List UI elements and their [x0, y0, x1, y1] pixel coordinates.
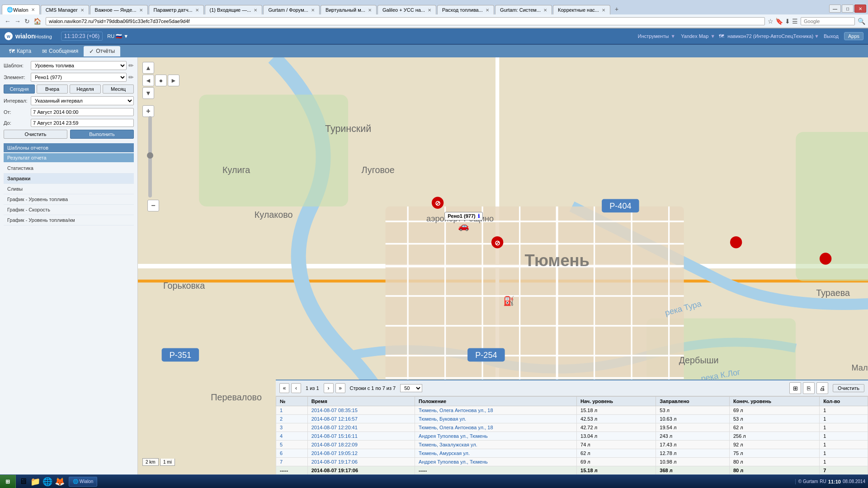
zoom-out-button[interactable]: − — [147, 200, 159, 211]
from-input[interactable] — [31, 108, 134, 116]
period-month[interactable]: Месяц — [103, 84, 134, 94]
map-icon[interactable]: 🗺 — [719, 33, 724, 39]
menu-item-chart-fuel-km[interactable]: График - Уровень топлива/км — [4, 215, 134, 225]
element-select[interactable]: Рено1 (977) — [31, 73, 127, 82]
tab-map[interactable]: 🗺 Карта — [4, 46, 37, 56]
print-button[interactable]: 🖨 — [816, 382, 828, 394]
copy-button[interactable]: ⎘ — [803, 382, 815, 394]
taskbar-explorer[interactable]: 📁 — [30, 476, 41, 487]
period-yesterday[interactable]: Вчера — [37, 84, 68, 94]
period-today[interactable]: Сегодня — [4, 84, 35, 94]
tab-messages[interactable]: ✉ Сообщения — [37, 46, 84, 56]
settings-icon[interactable]: ☰ — [792, 18, 798, 25]
zoom-in-button[interactable]: + — [142, 105, 154, 117]
next-page-button[interactable]: › — [324, 383, 334, 393]
time-link[interactable]: 2014-08-07 08:35:15 — [311, 408, 358, 413]
back-button[interactable]: ← — [3, 17, 13, 26]
template-select[interactable]: Уровень топлива — [31, 61, 127, 70]
apps-button[interactable]: Apps — [844, 32, 863, 40]
time-link[interactable]: 2014-08-07 18:22:09 — [311, 442, 358, 447]
location-link[interactable]: Андрея Туполева ул., Тюмень — [419, 459, 488, 465]
zoom-handle[interactable] — [147, 152, 153, 159]
menu-item-drains[interactable]: Сливы — [4, 184, 134, 194]
tools-menu[interactable]: Инструменты — [638, 33, 669, 39]
tab-close[interactable]: ✕ — [428, 8, 431, 13]
tab-close[interactable]: ✕ — [195, 8, 199, 13]
vehicle-marker[interactable]: Рено1 (977) ℹ 🚗 — [444, 212, 482, 231]
tab-close[interactable]: ✕ — [139, 8, 143, 13]
tab-close-wialon[interactable]: ✕ — [31, 7, 35, 12]
tab-parametr[interactable]: Параметр датч... ✕ — [149, 5, 204, 14]
time-link[interactable]: 2014-08-07 12:20:41 — [311, 425, 358, 430]
user-profile[interactable]: навикон72 (Интер-АвтоСпецТехника) — [727, 33, 813, 39]
time-link[interactable]: 2014-08-07 12:16:57 — [311, 416, 358, 422]
interval-select[interactable]: Указанный интервал — [31, 96, 134, 105]
minimize-button[interactable]: — — [829, 5, 841, 13]
tab-incoming[interactable]: (1) Входящие —... ✕ — [205, 5, 263, 14]
time-link[interactable]: 2014-08-07 19:05:12 — [311, 450, 358, 456]
maximize-button[interactable]: □ — [842, 5, 854, 13]
time-link[interactable]: 2014-08-07 19:17:06 — [311, 459, 358, 465]
star-icon[interactable]: ☆ — [768, 18, 774, 25]
location-link[interactable]: Андрея Туполева ул., Тюмень — [419, 433, 488, 439]
tab-virtual[interactable]: Виртуальный м... ✕ — [321, 5, 377, 14]
section-templates-header[interactable]: Шаблоны отчетов — [4, 143, 134, 152]
location-link[interactable]: Тюмень, Олега Антонова ул., 18 — [419, 425, 493, 430]
to-input[interactable] — [31, 119, 134, 127]
nav-center-button[interactable]: ● — [155, 75, 167, 86]
new-tab-button[interactable]: + — [611, 4, 622, 14]
tab-cms[interactable]: CMS Manager ✕ — [41, 5, 89, 14]
forward-button[interactable]: → — [13, 17, 23, 26]
taskbar-ie[interactable]: 🌐 — [42, 476, 53, 487]
refresh-button[interactable]: ↻ — [23, 17, 32, 26]
first-page-button[interactable]: « — [279, 383, 289, 393]
period-week[interactable]: Неделя — [70, 84, 101, 94]
search-icon[interactable]: 🔍 — [858, 18, 865, 25]
table-view-button[interactable]: ⊞ — [789, 382, 801, 394]
tab-gurtam2[interactable]: Gurtam: Систем... ✕ — [495, 5, 552, 14]
bookmark-icon[interactable]: 🔖 — [775, 18, 783, 25]
tab-close[interactable]: ✕ — [602, 8, 605, 13]
tab-close-cms[interactable]: ✕ — [80, 8, 84, 13]
location-link[interactable]: Тюмень, Амурская ул. — [419, 450, 470, 456]
tab-vaznoe[interactable]: Важное — Янде... ✕ — [90, 5, 148, 14]
home-button[interactable]: 🏠 — [32, 17, 43, 26]
section-results-header[interactable]: Результат отчета — [4, 153, 134, 162]
download-icon[interactable]: ⬇ — [785, 18, 790, 25]
last-page-button[interactable]: » — [335, 383, 345, 393]
location-link[interactable]: Тюмень, Закалужская ул. — [419, 442, 477, 447]
tab-rashod[interactable]: Расход топлива... ✕ — [437, 5, 494, 14]
zoom-slider[interactable] — [148, 116, 152, 197]
tab-wialon[interactable]: 🌐 Wialon ✕ — [2, 5, 40, 14]
nav-down-button[interactable]: ▼ — [142, 87, 154, 99]
fuel-marker[interactable]: ⛽ — [503, 296, 514, 306]
location-link[interactable]: Тюмень, Буковая ул. — [419, 416, 466, 422]
tab-close[interactable]: ✕ — [486, 8, 489, 13]
time-link[interactable]: 2014-08-07 15:16:11 — [311, 433, 358, 439]
prev-page-button[interactable]: ‹ — [291, 383, 301, 393]
taskbar-firefox[interactable]: 🦊 — [54, 476, 65, 487]
table-clear-button[interactable]: Очистить — [833, 384, 864, 392]
tab-close[interactable]: ✕ — [254, 8, 257, 13]
per-page-select[interactable]: 50 10 25 100 — [400, 384, 422, 392]
lang-tray[interactable]: RU — [820, 479, 826, 484]
tab-reports[interactable]: ✓ Отчёты — [84, 46, 120, 56]
tab-galileo[interactable]: Galileo + УСС на... ✕ — [377, 5, 436, 14]
menu-item-statistics[interactable]: Статистика — [4, 163, 134, 174]
tab-gurtam[interactable]: Gurtam / Форум... ✕ — [263, 5, 319, 14]
close-button[interactable]: ✕ — [854, 5, 866, 13]
yandex-map-link[interactable]: Yandex Мар — [681, 33, 708, 39]
taskbar-show-desktop[interactable]: 🖥 — [18, 476, 28, 487]
menu-item-chart-fuel[interactable]: График - Уровень топлива — [4, 194, 134, 205]
execute-button[interactable]: Выполнить — [70, 130, 134, 139]
start-button[interactable]: ⊞ — [0, 475, 16, 488]
menu-item-chart-speed[interactable]: График - Скорость — [4, 205, 134, 215]
clear-form-button[interactable]: Очистить — [4, 130, 67, 139]
menu-item-refuels[interactable]: Заправки — [4, 174, 134, 184]
language-selector[interactable]: RU 🇷🇺 ▼ — [107, 33, 128, 39]
nav-up-button[interactable]: ▲ — [142, 62, 154, 74]
template-edit-icon[interactable]: ✏ — [128, 62, 134, 69]
nav-right-button[interactable]: ► — [168, 75, 179, 86]
tab-close[interactable]: ✕ — [368, 8, 372, 13]
nav-left-button[interactable]: ◄ — [142, 75, 154, 86]
